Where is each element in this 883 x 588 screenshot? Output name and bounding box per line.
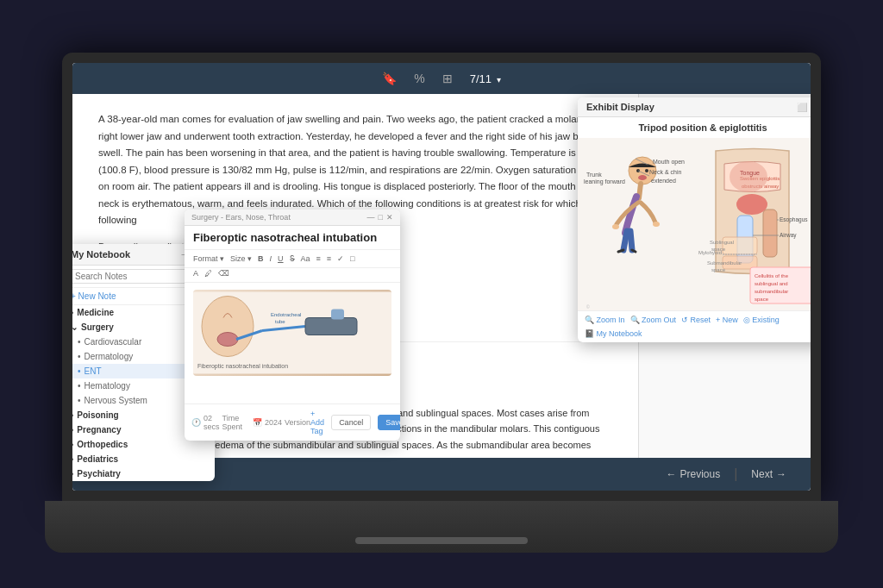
note-editor-header: Surgery - Ears, Nose, Throat — □ ✕ <box>185 210 400 226</box>
grid-icon[interactable]: ⊞ <box>442 72 453 85</box>
chevron-right-6-icon: › <box>72 469 73 479</box>
svg-text:Mylohyoid: Mylohyoid <box>698 250 722 255</box>
category-pediatrics[interactable]: › Pediatrics <box>72 452 215 466</box>
nav-buttons: ← Previous | Next → <box>659 465 793 484</box>
note-title: Fiberoptic nasotracheal intubation <box>185 226 400 250</box>
svg-text:Submandibular: Submandibular <box>707 260 742 266</box>
chevron-right-2-icon: › <box>72 410 73 420</box>
exhibit-panel: Exhibit Display ⬜ ✕ Tripod position & ep… <box>578 97 811 342</box>
eraser-button[interactable]: ⌫ <box>216 268 231 278</box>
svg-point-22 <box>202 297 254 357</box>
laptop-screen: 🔖 % ⊞ 7/11 ▾ A 38-year-old man comes for… <box>72 63 811 491</box>
previous-button[interactable]: ← Previous <box>659 465 727 484</box>
exhibit-footer: 🔍 Zoom In 🔍 Zoom Out ↺ Reset + New ◎ Exi… <box>578 310 811 342</box>
chevron-down-icon: ⌄ <box>72 322 78 332</box>
format-select[interactable]: Format ▾ <box>191 253 226 264</box>
svg-text:Airway: Airway <box>780 232 797 239</box>
svg-text:©: © <box>586 304 590 310</box>
note-time-spent: 🕐 02 secs Time Spent <box>191 414 242 431</box>
bold-button[interactable]: B <box>256 253 266 264</box>
underline-button[interactable]: U <box>276 253 285 264</box>
svg-text:Esophagus: Esophagus <box>780 216 808 223</box>
nav-divider: | <box>734 466 737 482</box>
next-button[interactable]: Next → <box>744 465 793 484</box>
note-editor-footer: 🕐 02 secs Time Spent 📅 2024 Version + Ad… <box>185 403 400 441</box>
new-exhibit-button[interactable]: + New <box>716 316 738 324</box>
checkbox-button[interactable]: □ <box>348 253 356 264</box>
svg-text:Trunk: Trunk <box>586 172 602 178</box>
svg-text:space: space <box>711 267 726 272</box>
notebook-title: My Notebook <box>72 249 130 260</box>
svg-text:Fiberoptic nasotracheal intuba: Fiberoptic nasotracheal intubation <box>197 363 288 370</box>
chevron-right-4-icon: › <box>72 440 73 449</box>
note-resize-icon[interactable]: □ <box>379 213 383 222</box>
exhibit-image-title: Tripod position & epiglottitis <box>578 117 811 138</box>
reset-button[interactable]: ↺ Reset <box>681 316 711 324</box>
zoom-out-button[interactable]: 🔍 Zoom Out <box>630 316 677 324</box>
note-editor-body: Fiberoptic nasotracheal intubation Endot… <box>185 283 400 403</box>
existing-button[interactable]: ◎ Existing <box>743 316 780 324</box>
svg-text:sublingual and: sublingual and <box>755 281 788 286</box>
italic-button[interactable]: I <box>268 253 274 264</box>
text-color-button[interactable]: A <box>191 268 200 278</box>
font-button[interactable]: Aa <box>299 253 312 264</box>
calendar-icon: 📅 <box>253 418 262 427</box>
exhibit-title-label: Exhibit Display <box>586 102 654 112</box>
svg-point-23 <box>217 333 238 347</box>
save-button[interactable]: Save <box>378 415 400 430</box>
svg-point-45 <box>736 194 767 215</box>
svg-point-35 <box>653 222 660 227</box>
svg-text:extended: extended <box>651 178 676 184</box>
category-psychiatry[interactable]: › Psychiatry <box>72 466 215 481</box>
chevron-right-icon: › <box>72 308 73 317</box>
note-close-icon[interactable]: ✕ <box>386 213 393 222</box>
exhibit-image-area: Trunk leaning forward Mouth open Neck & … <box>578 138 811 310</box>
align-left-button[interactable]: ≡ <box>315 253 323 264</box>
svg-text:leaning forward: leaning forward <box>584 178 625 185</box>
highlight-button[interactable]: 🖊 <box>203 268 214 278</box>
zoom-in-button[interactable]: 🔍 Zoom In <box>585 316 625 324</box>
note-editor-toolbar: Format ▾ Size ▾ B I U S̶ Aa ≡ ≡ ✓ □ <box>185 250 400 268</box>
note-editor-panel: Surgery - Ears, Nose, Throat — □ ✕ Fiber… <box>185 210 400 441</box>
note-actions: + Add Tag Cancel Save <box>310 410 400 435</box>
svg-text:Cellulitis of the: Cellulitis of the <box>755 273 789 278</box>
cancel-button[interactable]: Cancel <box>331 415 371 430</box>
page-indicator: 7/11 ▾ <box>470 72 501 85</box>
svg-rect-46 <box>763 210 777 257</box>
arrow-right-icon: → <box>776 468 786 480</box>
svg-text:Neck & chin: Neck & chin <box>649 169 681 175</box>
laptop-shell: 🔖 % ⊞ 7/11 ▾ A 38-year-old man comes for… <box>45 53 838 553</box>
chevron-right-3-icon: › <box>72 425 73 435</box>
chevron-right-5-icon: › <box>72 454 73 464</box>
strikethrough-button[interactable]: S̶ <box>288 253 297 264</box>
screen-bezel: 🔖 % ⊞ 7/11 ▾ A 38-year-old man comes for… <box>62 53 821 501</box>
exhibit-header-icons: ⬜ ✕ <box>797 103 811 112</box>
reader-toolbar: 🔖 % ⊞ 7/11 ▾ <box>72 63 811 94</box>
svg-text:Endotracheal: Endotracheal <box>271 312 301 317</box>
list-button[interactable]: ✓ <box>335 253 346 264</box>
exhibit-header: Exhibit Display ⬜ ✕ <box>578 97 811 117</box>
note-editor-toolbar-2: A 🖊 ⌫ <box>185 268 400 283</box>
svg-text:space: space <box>755 297 769 302</box>
my-notebook-button[interactable]: 📓 My Notebook <box>585 329 642 338</box>
align-center-button[interactable]: ≡ <box>325 253 333 264</box>
add-tag-button[interactable]: + Add Tag <box>310 410 324 435</box>
svg-text:Sublingual: Sublingual <box>710 240 734 245</box>
laptop-base <box>45 501 838 553</box>
note-minimize-icon[interactable]: — <box>367 213 375 222</box>
note-editor-controls: — □ ✕ <box>367 213 393 222</box>
percent-icon[interactable]: % <box>414 72 424 85</box>
clock-icon: 🕐 <box>191 418 201 427</box>
bookmark-icon[interactable]: 🔖 <box>382 72 397 85</box>
svg-text:Mouth open: Mouth open <box>653 159 685 166</box>
arrow-left-icon: ← <box>666 468 676 480</box>
size-select[interactable]: Size ▾ <box>229 253 254 264</box>
note-illustration: Fiberoptic nasotracheal intubation Endot… <box>193 290 391 376</box>
note-version: 📅 2024 Version <box>253 414 310 431</box>
svg-point-34 <box>612 224 619 229</box>
svg-text:Tongue: Tongue <box>740 170 760 177</box>
note-breadcrumb: Surgery - Ears, Nose, Throat <box>191 213 291 222</box>
exhibit-minimize-icon[interactable]: ⬜ <box>797 103 807 112</box>
svg-point-32 <box>645 169 648 172</box>
svg-text:tube: tube <box>275 319 285 324</box>
